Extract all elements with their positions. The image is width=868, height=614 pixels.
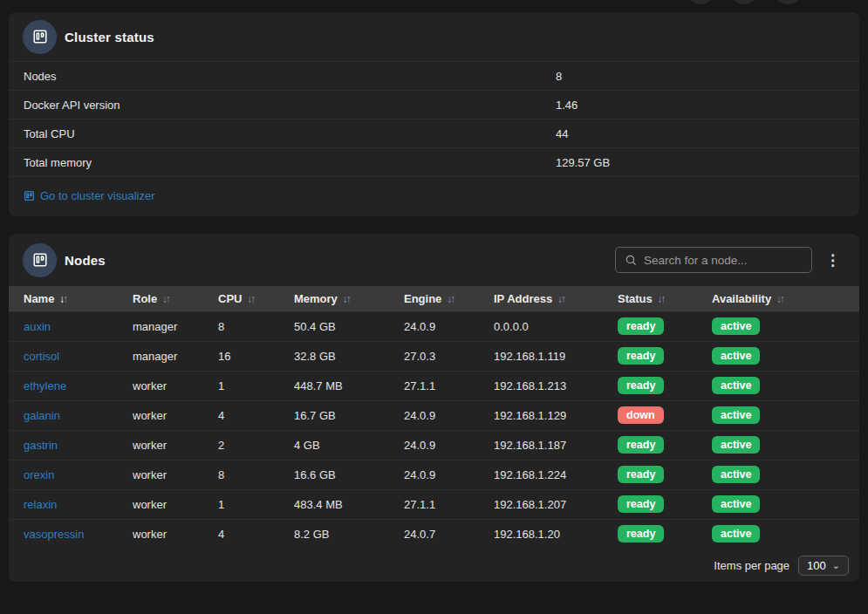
cell-name: galanin bbox=[9, 400, 118, 430]
cell-name: ethylene bbox=[9, 371, 118, 400]
sort-icons: ↓↑ bbox=[776, 293, 783, 305]
column-header[interactable]: Availability ↓↑ bbox=[697, 286, 859, 311]
cluster-visualizer-row: Go to cluster visualizer bbox=[9, 176, 859, 215]
column-header[interactable]: Memory ↓↑ bbox=[279, 286, 389, 311]
cluster-status-row: Total memory 129.57 GB bbox=[9, 147, 859, 176]
status-badge: ready bbox=[618, 377, 664, 394]
node-name-link[interactable]: auxin bbox=[24, 320, 51, 333]
cell-cpu: 4 bbox=[203, 519, 279, 549]
sort-asc-icon: ↑ bbox=[63, 293, 66, 305]
column-header-label: Engine bbox=[404, 292, 441, 305]
column-header[interactable]: Role ↓↑ bbox=[118, 286, 203, 311]
cell-status: ready bbox=[603, 430, 697, 460]
availability-badge: active bbox=[712, 377, 760, 394]
sort-asc-icon: ↑ bbox=[450, 293, 454, 305]
cell-engine: 24.0.9 bbox=[389, 400, 479, 430]
cell-engine: 24.0.9 bbox=[389, 311, 479, 341]
node-name-link[interactable]: ethylene bbox=[24, 379, 66, 392]
status-badge: down bbox=[618, 406, 664, 424]
row-label: Docker API version bbox=[24, 99, 556, 112]
header-circle-button[interactable] bbox=[773, 0, 803, 4]
cell-availability: active bbox=[697, 311, 859, 341]
cell-availability: active bbox=[697, 430, 859, 460]
column-header[interactable]: IP Address ↓↑ bbox=[479, 286, 603, 311]
cell-name: auxin bbox=[9, 311, 118, 341]
availability-badge: active bbox=[712, 406, 760, 424]
availability-badge: active bbox=[712, 436, 760, 454]
status-badge: ready bbox=[618, 436, 664, 454]
node-table-row: auxin manager 8 50.4 GB 24.0.9 0.0.0.0 r… bbox=[9, 311, 859, 341]
cluster-status-header: Cluster status bbox=[9, 12, 859, 61]
row-label: Total memory bbox=[24, 156, 556, 169]
row-value: 8 bbox=[556, 70, 844, 83]
node-search-input[interactable] bbox=[644, 254, 803, 267]
cell-cpu: 8 bbox=[203, 311, 279, 341]
widget-icon-circle bbox=[23, 20, 57, 54]
cell-status: ready bbox=[603, 519, 697, 549]
column-header[interactable]: Engine ↓↑ bbox=[389, 286, 479, 311]
availability-badge: active bbox=[712, 495, 760, 513]
cell-engine: 24.0.9 bbox=[389, 430, 479, 460]
nodes-table-header-row: Name ↓↑ Role ↓↑ CPU ↓↑ bbox=[9, 286, 859, 311]
column-header[interactable]: CPU ↓↑ bbox=[203, 286, 279, 311]
cell-name: orexin bbox=[9, 460, 118, 489]
kebab-menu-icon[interactable]: ⋮ bbox=[820, 249, 845, 271]
row-value: 44 bbox=[556, 127, 844, 140]
cell-name: cortisol bbox=[9, 341, 118, 371]
cell-memory: 448.7 MB bbox=[279, 371, 389, 400]
node-name-link[interactable]: galanin bbox=[24, 409, 60, 422]
cell-engine: 27.1.1 bbox=[389, 489, 479, 519]
column-header[interactable]: Name ↓↑ bbox=[9, 286, 118, 311]
node-name-link[interactable]: vasopressin bbox=[24, 528, 84, 541]
availability-badge: active bbox=[712, 466, 760, 483]
cell-role: worker bbox=[118, 400, 203, 430]
sort-icons: ↓↑ bbox=[247, 293, 254, 305]
cluster-status-row: Docker API version 1.46 bbox=[9, 90, 859, 119]
node-name-link[interactable]: gastrin bbox=[24, 439, 58, 452]
trello-widget-icon bbox=[32, 252, 48, 268]
cell-ip: 192.168.1.224 bbox=[479, 460, 603, 489]
items-per-page-label: Items per page bbox=[714, 559, 789, 572]
column-header-label: IP Address bbox=[494, 292, 552, 305]
sort-icons: ↓↑ bbox=[342, 293, 349, 305]
column-header-label: Name bbox=[24, 292, 54, 305]
node-name-link[interactable]: cortisol bbox=[24, 350, 59, 363]
cluster-visualizer-link[interactable]: Go to cluster visualizer bbox=[24, 189, 155, 202]
cell-role: worker bbox=[118, 519, 203, 549]
cell-engine: 24.0.7 bbox=[389, 519, 479, 549]
cell-cpu: 1 bbox=[203, 371, 279, 400]
status-badge: ready bbox=[618, 317, 664, 335]
table-footer: Items per page 100 ⌄ bbox=[9, 549, 859, 582]
cell-availability: active bbox=[697, 460, 859, 489]
items-per-page-select[interactable]: 100 ⌄ bbox=[798, 556, 849, 576]
cell-availability: active bbox=[697, 341, 859, 371]
sort-asc-icon: ↑ bbox=[780, 293, 783, 305]
cell-memory: 483.4 MB bbox=[279, 489, 389, 519]
cell-name: vasopressin bbox=[9, 519, 118, 549]
sort-icons: ↓↑ bbox=[657, 293, 664, 305]
cell-status: ready bbox=[603, 489, 697, 519]
availability-badge: active bbox=[712, 317, 760, 335]
column-header-label: Role bbox=[133, 292, 157, 305]
cell-memory: 32.8 GB bbox=[279, 341, 389, 371]
header-circle-button[interactable] bbox=[729, 0, 759, 4]
cell-role: worker bbox=[118, 489, 203, 519]
cell-name: relaxin bbox=[9, 489, 118, 519]
cell-status: ready bbox=[603, 311, 697, 341]
cell-role: worker bbox=[118, 371, 203, 400]
column-header-label: Memory bbox=[294, 292, 338, 305]
cell-status: down bbox=[603, 400, 697, 430]
cell-status: ready bbox=[603, 460, 697, 489]
cell-cpu: 8 bbox=[203, 460, 279, 489]
header-circle-button[interactable] bbox=[686, 0, 715, 4]
panel-title: Cluster status bbox=[65, 30, 154, 44]
cell-name: gastrin bbox=[9, 430, 118, 460]
column-header-label: CPU bbox=[218, 292, 242, 305]
column-header[interactable]: Status ↓↑ bbox=[603, 286, 697, 311]
cluster-status-row: Total CPU 44 bbox=[9, 119, 859, 147]
cell-role: worker bbox=[118, 460, 203, 489]
node-name-link[interactable]: relaxin bbox=[24, 498, 57, 511]
cell-ip: 0.0.0.0 bbox=[479, 311, 603, 341]
cell-role: worker bbox=[118, 430, 203, 460]
node-name-link[interactable]: orexin bbox=[24, 468, 54, 481]
